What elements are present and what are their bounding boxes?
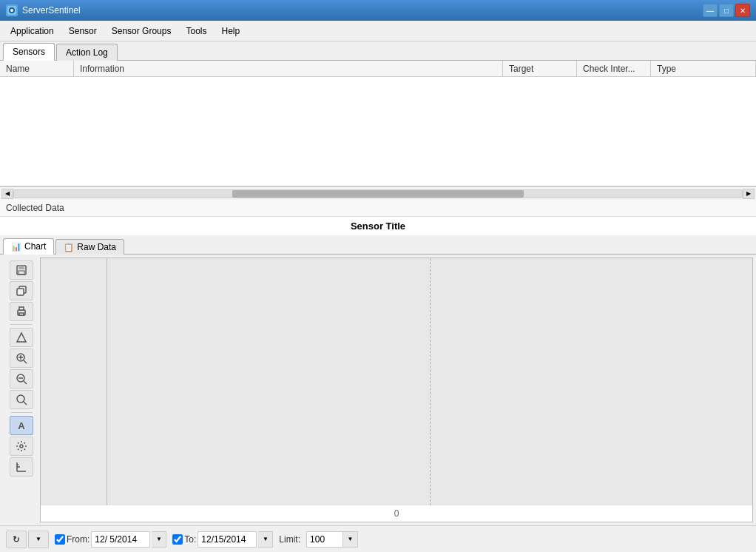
from-label: From: — [67, 534, 90, 545]
chart-x-label: 0 — [41, 505, 752, 522]
toolbar-separator-1 — [10, 324, 33, 325]
menu-sensor-groups[interactable]: Sensor Groups — [104, 23, 179, 39]
chart-inner — [41, 258, 752, 505]
chart-tab-bar: 📊 Chart 📋 Raw Data — [0, 235, 756, 255]
limit-label: Limit: — [279, 534, 300, 545]
chart-toolbar: A — [3, 258, 40, 522]
scroll-right-arrow[interactable]: ▶ — [743, 189, 755, 199]
tab-sensors[interactable]: Sensors — [3, 43, 55, 61]
limit-dropdown[interactable]: ▼ — [343, 531, 358, 548]
save-chart-button[interactable] — [10, 260, 33, 280]
horizontal-scrollbar[interactable]: ◀ ▶ — [0, 186, 756, 200]
toolbar-separator-2 — [10, 412, 33, 413]
to-label: To: — [184, 534, 196, 545]
menu-application[interactable]: Application — [3, 23, 61, 39]
menu-sensor[interactable]: Sensor — [61, 23, 104, 39]
col-header-check-interval: Check Inter... — [577, 61, 651, 76]
scroll-track[interactable] — [13, 189, 743, 198]
col-header-name: Name — [0, 61, 74, 76]
search-button[interactable] — [10, 390, 33, 409]
chart-left-panel — [41, 258, 107, 505]
title-bar: ServerSentinel — □ ✕ — [0, 0, 756, 21]
chart-tab-label: Chart — [24, 241, 46, 252]
axis-tool-button[interactable] — [10, 457, 33, 477]
menu-bar: Application Sensor Sensor Groups Tools H… — [0, 21, 756, 41]
bottom-controls: ↻ ▼ From: ▼ To: ▼ Limit: ▼ — [0, 525, 756, 552]
main-tab-bar: Sensors Action Log — [0, 41, 756, 61]
zoom-out-button[interactable] — [10, 369, 33, 388]
tab-raw-data[interactable]: 📋 Raw Data — [55, 239, 124, 255]
svg-rect-7 — [17, 289, 24, 295]
maximize-button[interactable]: □ — [719, 4, 734, 17]
tab-action-log[interactable]: Action Log — [56, 44, 118, 61]
svg-line-17 — [24, 381, 27, 384]
to-date-group: To: ▼ — [172, 531, 273, 548]
svg-point-19 — [17, 395, 24, 403]
svg-point-21 — [20, 445, 23, 448]
table-header: Name Information Target Check Inter... T… — [0, 61, 756, 77]
app-icon — [6, 4, 18, 16]
col-header-information: Information — [74, 61, 503, 76]
chart-right-panel — [107, 258, 752, 505]
zoom-in-button[interactable] — [10, 349, 33, 368]
window-title: ServerSentinel — [22, 5, 81, 16]
from-date-input[interactable] — [91, 531, 150, 548]
window-controls: — □ ✕ — [703, 4, 750, 17]
raw-data-tab-label: Raw Data — [77, 242, 116, 252]
collected-data-label: Collected Data — [0, 200, 756, 217]
limit-input[interactable] — [306, 531, 343, 548]
svg-rect-9 — [19, 307, 24, 310]
main-content: Name Information Target Check Inter... T… — [0, 61, 756, 552]
table-body — [0, 77, 756, 186]
sensor-title: Sensor Title — [0, 217, 756, 235]
menu-help[interactable]: Help — [214, 23, 247, 39]
scroll-thumb[interactable] — [232, 190, 524, 198]
svg-rect-4 — [18, 266, 24, 269]
title-bar-left: ServerSentinel — [6, 4, 81, 16]
refresh-dropdown[interactable]: ▼ — [28, 531, 49, 548]
to-date-dropdown[interactable]: ▼ — [258, 531, 273, 548]
copy-chart-button[interactable] — [10, 281, 33, 300]
svg-rect-10 — [19, 313, 24, 315]
to-date-input[interactable] — [198, 531, 257, 548]
chart-content: A — [0, 255, 756, 525]
svg-point-2 — [10, 9, 13, 12]
svg-line-13 — [24, 360, 27, 363]
chart-tab-icon: 📊 — [11, 242, 21, 252]
tab-chart[interactable]: 📊 Chart — [3, 238, 54, 255]
chart-center-line — [430, 258, 431, 505]
col-header-type: Type — [651, 61, 756, 76]
menu-tools[interactable]: Tools — [178, 23, 214, 39]
from-date-checkbox[interactable] — [55, 534, 65, 545]
to-date-checkbox[interactable] — [172, 534, 183, 545]
chart-area: 0 — [40, 258, 753, 522]
collected-data-area: Collected Data Sensor Title 📊 Chart 📋 Ra… — [0, 200, 756, 552]
scroll-left-arrow[interactable]: ◀ — [1, 189, 13, 199]
settings-tool-button[interactable] — [10, 437, 33, 456]
sensors-area: Name Information Target Check Inter... T… — [0, 61, 756, 186]
refresh-group: ↻ ▼ — [6, 531, 49, 548]
minimize-button[interactable]: — — [703, 4, 718, 17]
svg-marker-11 — [17, 333, 26, 342]
svg-line-20 — [24, 402, 27, 405]
print-chart-button[interactable] — [10, 302, 33, 321]
text-tool-button[interactable]: A — [10, 416, 33, 435]
from-date-group: From: ▼ — [55, 531, 166, 548]
col-header-target: Target — [503, 61, 577, 76]
shape-tool-button[interactable] — [10, 328, 33, 347]
raw-data-tab-icon: 📋 — [64, 243, 74, 252]
limit-group: ▼ — [306, 531, 358, 548]
refresh-button[interactable]: ↻ — [6, 531, 27, 548]
close-button[interactable]: ✕ — [735, 4, 750, 17]
from-date-dropdown[interactable]: ▼ — [152, 531, 166, 548]
